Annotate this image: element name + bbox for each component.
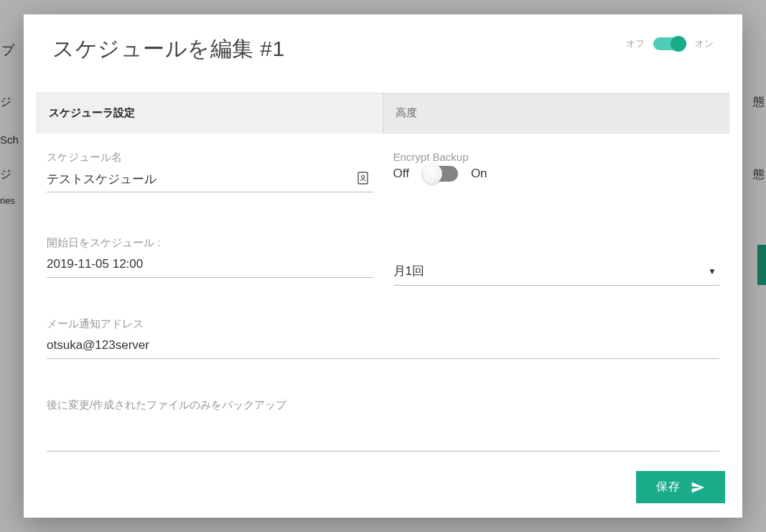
encrypt-on-label: On [471, 167, 487, 181]
email-input[interactable] [47, 332, 719, 359]
chevron-down-icon: ▼ [708, 266, 716, 276]
form-body: スケジュール名 Encrypt Backup Off On 開始日をスケジュール… [24, 134, 742, 459]
send-icon [691, 480, 705, 495]
frequency-select[interactable]: 月1回 ▼ [393, 257, 720, 286]
encrypt-toggle[interactable] [422, 166, 458, 182]
tab-scheduler-settings[interactable]: スケジューラ設定 [37, 93, 383, 134]
modal-footer: 保存 [24, 459, 742, 518]
modal-header: スケジュールを編集 #1 オフ オン [24, 14, 742, 71]
modal-title: スケジュールを編集 #1 [52, 34, 285, 64]
toggle-off-label: オフ [626, 37, 645, 50]
incremental-input[interactable] [47, 414, 719, 452]
incremental-label: 後に変更/作成されたファイルのみをバックアップ [47, 398, 719, 412]
start-date-label: 開始日をスケジュール : [47, 236, 373, 250]
edit-schedule-modal: スケジュールを編集 #1 オフ オン スケジューラ設定 高度 スケジュール名 E… [24, 14, 742, 518]
toggle-on-label: オン [695, 37, 714, 50]
svg-point-1 [361, 175, 364, 178]
schedule-name-input[interactable] [47, 166, 373, 192]
contacts-icon[interactable] [358, 172, 369, 187]
enable-toggle-group: オフ オン [626, 37, 714, 50]
enable-toggle[interactable] [653, 37, 686, 50]
start-date-input[interactable] [47, 251, 373, 278]
encrypt-off-label: Off [393, 167, 409, 181]
schedule-name-label: スケジュール名 [47, 151, 373, 164]
save-button[interactable]: 保存 [636, 471, 725, 503]
tab-advanced[interactable]: 高度 [383, 93, 730, 134]
save-button-label: 保存 [656, 480, 681, 495]
tabs: スケジューラ設定 高度 [37, 93, 729, 134]
frequency-value: 月1回 [393, 263, 424, 279]
encrypt-label: Encrypt Backup [393, 151, 720, 163]
email-label: メール通知アドレス [47, 317, 719, 331]
